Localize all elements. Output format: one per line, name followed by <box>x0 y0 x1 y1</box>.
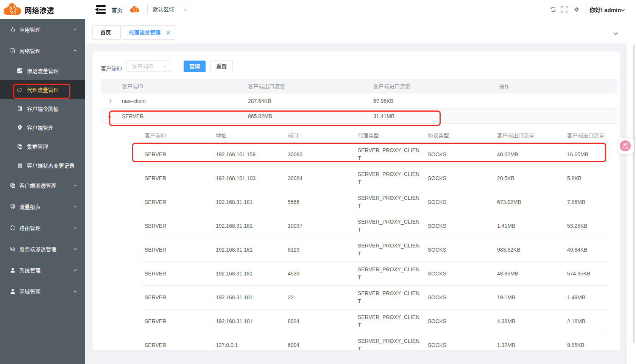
svg-text:A: A <box>625 145 628 149</box>
